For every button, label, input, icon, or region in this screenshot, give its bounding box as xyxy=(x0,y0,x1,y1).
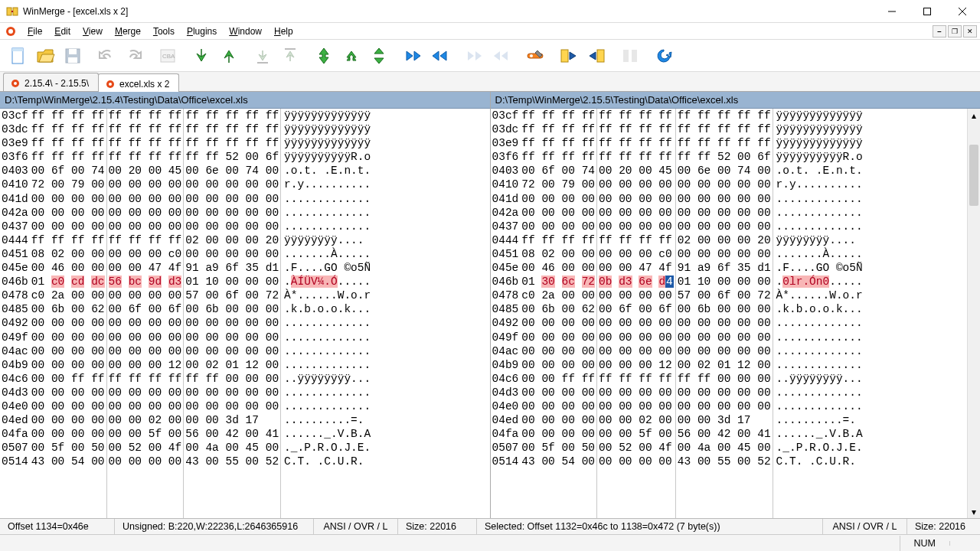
svg-rect-3 xyxy=(924,8,931,15)
word-wrap-button[interactable]: CBA xyxy=(155,43,181,69)
first-diff-button[interactable] xyxy=(338,43,364,69)
right-pane: D:\Temp\WinMerge\2.15.5\Testing\Data\Off… xyxy=(491,92,981,518)
right-pane-path: D:\Temp\WinMerge\2.15.5\Testing\Data\Off… xyxy=(491,92,981,109)
svg-text:CBA: CBA xyxy=(162,53,175,60)
doc-icon xyxy=(5,25,17,37)
tab-label: excel.xls x 2 xyxy=(119,79,169,90)
svg-rect-12 xyxy=(68,57,77,63)
folder-compare-icon xyxy=(10,78,21,89)
menu-bar: File Edit View Merge Tools Plugins Windo… xyxy=(0,23,980,40)
menu-plugins[interactable]: Plugins xyxy=(181,24,223,38)
copy-right-advance-button[interactable] xyxy=(461,43,487,69)
scroll-up-icon[interactable]: ▴ xyxy=(968,109,980,122)
next-diff-skip-button[interactable] xyxy=(250,43,276,69)
status-right-size: Size: 22016 xyxy=(907,519,980,534)
svg-rect-20 xyxy=(597,50,604,62)
options-button[interactable] xyxy=(522,43,548,69)
svg-rect-0 xyxy=(7,8,11,15)
scroll-down-icon[interactable]: ▾ xyxy=(968,505,980,518)
prev-diff-button[interactable] xyxy=(216,43,242,69)
mdi-close-button[interactable]: ✕ xyxy=(963,25,977,37)
minimize-button[interactable] xyxy=(874,0,910,23)
status-left-size: Size: 22016 xyxy=(398,519,477,534)
undo-button[interactable] xyxy=(93,43,119,69)
menu-view[interactable]: View xyxy=(77,24,109,38)
mdi-restore-button[interactable]: ❐ xyxy=(948,25,962,37)
auto-merge-button[interactable] xyxy=(617,43,643,69)
left-hex-view[interactable]: 03cf03dc03e903f604030410041d042a04370444… xyxy=(0,109,490,518)
tab-file-compare[interactable]: excel.xls x 2 xyxy=(98,73,179,92)
refresh-button[interactable] xyxy=(651,43,677,69)
status-left-mode: ANSI / OVR / L xyxy=(314,519,398,534)
left-pane-path: D:\Temp\WinMerge\2.15.4\Testing\Data\Off… xyxy=(0,92,490,109)
toolbar: CBA xyxy=(0,40,980,72)
svg-rect-9 xyxy=(12,48,23,51)
title-bar: WinMerge - [excel.xls x 2] xyxy=(0,0,980,23)
mdi-minimize-button[interactable]: ‒ xyxy=(933,25,946,37)
tab-folder-compare[interactable]: 2.15.4\ - 2.15.5\ xyxy=(3,73,99,91)
svg-rect-11 xyxy=(69,49,77,54)
copy-right-button[interactable] xyxy=(400,43,426,69)
redo-button[interactable] xyxy=(121,43,147,69)
document-tabs: 2.15.4\ - 2.15.5\ excel.xls x 2 xyxy=(0,72,980,92)
svg-point-18 xyxy=(530,54,533,57)
status-left-unsigned: Unsigned: B:220,W:22236,L:2646365916 xyxy=(115,519,314,534)
svg-rect-19 xyxy=(561,50,568,62)
right-hex-view[interactable]: 03cf03dc03e903f604030410041d042a04370444… xyxy=(491,109,968,518)
file-compare-icon xyxy=(105,79,116,90)
svg-point-24 xyxy=(14,82,17,85)
svg-point-26 xyxy=(109,83,112,86)
prev-diff-skip-button[interactable] xyxy=(277,43,303,69)
next-diff-button[interactable] xyxy=(188,43,214,69)
all-left-button[interactable] xyxy=(583,43,609,69)
window-title: WinMerge - [excel.xls x 2] xyxy=(23,6,874,17)
app-status-bar: NUM xyxy=(0,534,980,551)
compare-panes: D:\Temp\WinMerge\2.15.4\Testing\Data\Off… xyxy=(0,92,980,518)
status-num-lock: NUM xyxy=(900,536,949,551)
pane-status-bar: Offset 1134=0x46e Unsigned: B:220,W:2223… xyxy=(0,518,980,534)
new-button[interactable] xyxy=(5,43,31,69)
svg-rect-21 xyxy=(623,50,629,62)
open-button[interactable] xyxy=(32,43,58,69)
svg-rect-22 xyxy=(632,50,637,62)
svg-rect-1 xyxy=(13,8,18,15)
left-pane: D:\Temp\WinMerge\2.15.4\Testing\Data\Off… xyxy=(0,92,491,518)
menu-edit[interactable]: Edit xyxy=(48,24,77,38)
current-diff-button[interactable] xyxy=(366,43,392,69)
copy-left-advance-button[interactable] xyxy=(488,43,514,69)
scroll-thumb[interactable] xyxy=(969,145,978,206)
menu-tools[interactable]: Tools xyxy=(147,24,181,38)
svg-point-7 xyxy=(8,29,13,34)
all-right-button[interactable] xyxy=(556,43,582,69)
copy-left-button[interactable] xyxy=(427,43,453,69)
vertical-scrollbar[interactable]: ▴ ▾ xyxy=(967,109,980,518)
menu-merge[interactable]: Merge xyxy=(109,24,147,38)
app-icon xyxy=(6,5,18,18)
menu-help[interactable]: Help xyxy=(268,24,299,38)
tab-label: 2.15.4\ - 2.15.5\ xyxy=(24,78,89,89)
status-left-offset: Offset 1134=0x46e xyxy=(0,519,115,534)
menu-file[interactable]: File xyxy=(21,24,48,38)
menu-window[interactable]: Window xyxy=(223,24,268,38)
close-button[interactable] xyxy=(945,0,980,23)
maximize-button[interactable] xyxy=(910,0,945,23)
status-right-selected: Selected: Offset 1132=0x46c to 1138=0x47… xyxy=(477,519,823,534)
status-right-mode: ANSI / OVR / L xyxy=(823,519,907,534)
last-diff-button[interactable] xyxy=(311,43,337,69)
save-button[interactable] xyxy=(60,43,86,69)
